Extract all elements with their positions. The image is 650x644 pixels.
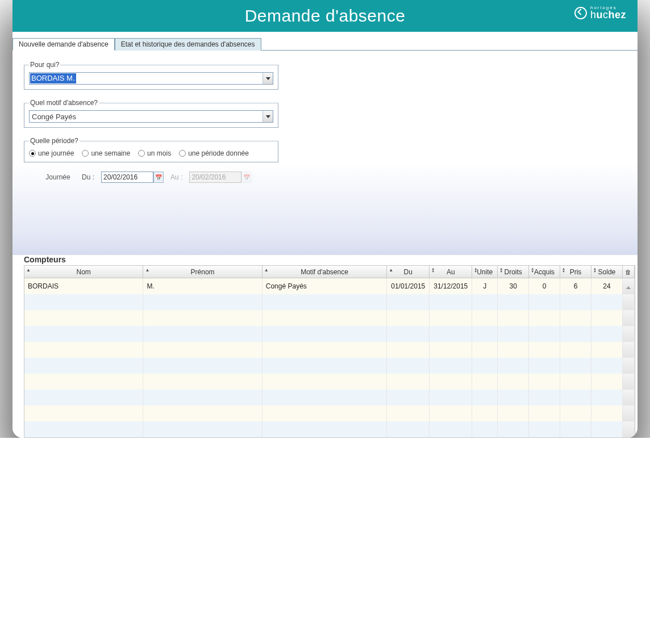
col-droits[interactable]: Droits — [498, 266, 529, 278]
col-delete[interactable]: 🗑 — [623, 266, 635, 278]
table-row — [24, 294, 635, 310]
sort-asc-icon — [389, 267, 393, 273]
col-du[interactable]: Du — [387, 266, 430, 278]
col-nom[interactable]: Nom — [24, 266, 143, 278]
cell-unite: J — [472, 278, 498, 294]
col-au[interactable]: Au — [430, 266, 472, 278]
date-du-input[interactable] — [101, 172, 153, 183]
app-header: Demande d'absence horloges huchez — [13, 0, 638, 32]
radio-un-mois[interactable]: un mois — [138, 149, 171, 157]
table-row — [24, 390, 635, 405]
table-row[interactable]: BORDAISM.Congé Payés01/01/201531/12/2015… — [24, 278, 635, 294]
table-row — [24, 405, 635, 421]
fieldset-motif: Quel motif d'absence? Congé Payés — [24, 99, 278, 128]
sort-icon — [474, 267, 477, 273]
col-motif[interactable]: Motif d'absence — [262, 266, 387, 278]
legend-periode: Quelle période? — [29, 137, 80, 145]
sort-icon — [431, 267, 435, 273]
trash-icon: 🗑 — [625, 269, 631, 275]
chevron-down-icon[interactable] — [262, 73, 273, 84]
cell-nom: BORDAIS — [24, 278, 143, 294]
legend-motif: Quel motif d'absence? — [29, 99, 99, 107]
cell-solde: 24 — [591, 278, 623, 294]
calendar-icon: 📅 — [241, 172, 252, 183]
sort-icon — [499, 267, 503, 273]
col-solde[interactable]: Solde — [591, 266, 623, 278]
col-pris[interactable]: Pris — [560, 266, 591, 278]
tab-bar: Nouvelle demande d'absence Etat et histo… — [13, 32, 638, 51]
cell-motif: Congé Payés — [262, 278, 387, 294]
date-au-input — [189, 172, 241, 183]
sort-icon — [562, 267, 565, 273]
legend-pour-qui: Pour qui? — [29, 61, 60, 69]
cell-pris: 6 — [560, 278, 591, 294]
brand-text: horloges huchez — [590, 6, 626, 20]
radio-periode-donnee[interactable]: une période donnée — [179, 149, 249, 157]
table-row — [24, 310, 635, 326]
table-row — [24, 374, 635, 390]
select-personne-value: BORDAIS M. — [30, 73, 76, 83]
calendar-icon[interactable]: 📅 — [153, 172, 164, 183]
radio-une-semaine[interactable]: une semaine — [82, 149, 130, 157]
page-title: Demande d'absence — [245, 6, 406, 26]
cell-au: 31/12/2015 — [430, 278, 472, 294]
fieldset-periode: Quelle période? une journée une semaine … — [24, 137, 278, 162]
col-prenom[interactable]: Prénom — [143, 266, 262, 278]
brand-logo: horloges huchez — [574, 6, 626, 20]
cell-prenom: M. — [143, 278, 262, 294]
radio-icon — [82, 150, 89, 157]
tab-etat-historique[interactable]: Etat et historique des demandes d'absenc… — [115, 38, 261, 51]
col-unite[interactable]: Unite — [472, 266, 498, 278]
fieldset-pour-qui: Pour qui? BORDAIS M. — [24, 61, 278, 90]
label-du: Du : — [82, 173, 94, 181]
table-row — [24, 326, 635, 342]
chevron-down-icon[interactable] — [262, 111, 273, 122]
radio-une-journee[interactable]: une journée — [29, 149, 74, 157]
radio-icon — [138, 150, 145, 157]
select-motif-value: Congé Payés — [30, 111, 262, 122]
table-row — [24, 421, 635, 437]
label-journee: Journée — [24, 173, 75, 181]
date-row: Journée Du : 📅 Au : 📅 — [24, 172, 278, 183]
compteurs-table: Nom Prénom Motif d'absence Du Au Unite D… — [24, 265, 635, 438]
radio-icon — [29, 150, 36, 157]
sort-icon — [531, 267, 534, 273]
cell-droits: 30 — [498, 278, 529, 294]
sort-asc-icon — [26, 267, 31, 273]
sort-icon — [593, 267, 597, 273]
cell-acquis: 0 — [529, 278, 560, 294]
radio-icon — [179, 150, 186, 157]
select-personne[interactable]: BORDAIS M. — [29, 72, 273, 85]
col-acquis[interactable]: Acquis — [529, 266, 560, 278]
select-motif[interactable]: Congé Payés — [29, 110, 273, 123]
table-row — [24, 358, 635, 374]
cell-du: 01/01/2015 — [387, 278, 430, 294]
label-au: Au : — [170, 173, 182, 181]
scroll-up[interactable] — [623, 278, 635, 294]
table-row — [24, 342, 635, 358]
sort-asc-icon — [264, 267, 269, 273]
tab-nouvelle-demande[interactable]: Nouvelle demande d'absence — [13, 38, 115, 51]
sort-asc-icon — [145, 267, 149, 273]
brand-icon — [574, 7, 587, 19]
compteurs-title: Compteurs — [24, 255, 635, 264]
